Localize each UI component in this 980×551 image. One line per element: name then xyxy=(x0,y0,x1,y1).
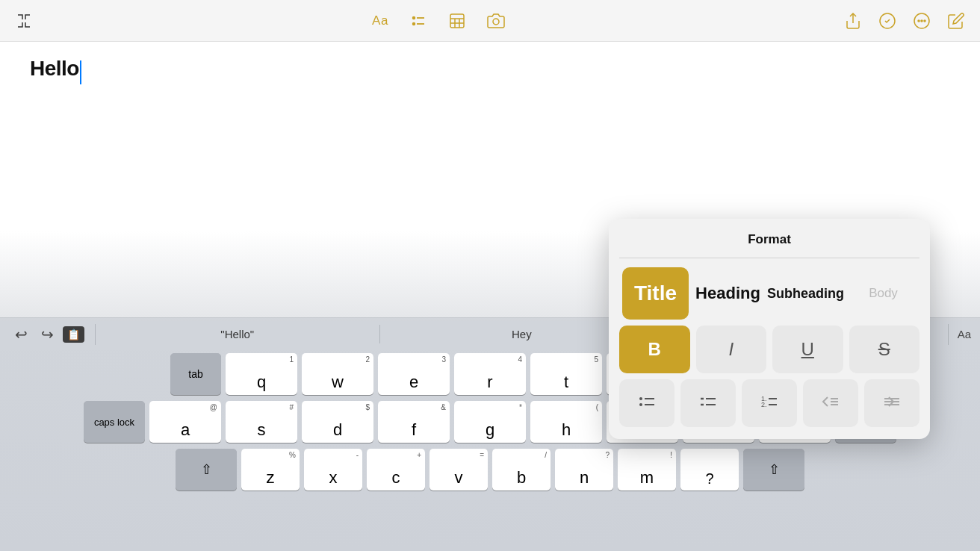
format-subheading-label: Subheading xyxy=(767,286,844,302)
key-n[interactable]: ? n xyxy=(555,449,613,491)
key-e[interactable]: 3 e xyxy=(378,353,450,395)
shift-right-key[interactable]: ⇧ xyxy=(743,449,804,491)
key-a[interactable]: @ a xyxy=(149,401,221,443)
collapse-icon[interactable] xyxy=(15,12,33,30)
document-text: Hello xyxy=(30,57,79,80)
redo-button[interactable]: ↪ xyxy=(37,323,58,346)
svg-point-13 xyxy=(918,20,919,22)
key-v[interactable]: = v xyxy=(429,449,488,491)
format-heading-label: Heading xyxy=(695,284,760,303)
italic-icon: I xyxy=(728,339,734,360)
svg-rect-4 xyxy=(450,14,464,28)
strikethrough-icon: S xyxy=(878,339,890,360)
key-q[interactable]: 1 q xyxy=(226,353,297,395)
text-cursor xyxy=(80,60,81,84)
key-r[interactable]: 4 r xyxy=(454,353,526,395)
svg-text:2.: 2. xyxy=(761,401,767,408)
svg-point-16 xyxy=(639,397,642,400)
numbered-list-icon: 1. 2. xyxy=(759,391,780,416)
bullet-plain-icon xyxy=(636,391,657,416)
toolbar-center: Aa xyxy=(372,12,505,30)
ac-right: Aa xyxy=(949,328,980,340)
format-italic-button[interactable]: I xyxy=(696,326,767,373)
bold-icon: B xyxy=(648,339,661,360)
camera-icon[interactable] xyxy=(487,12,505,30)
format-bold-button[interactable]: B xyxy=(619,326,690,373)
markup-icon[interactable] xyxy=(878,12,896,30)
format-strikethrough-button[interactable]: S xyxy=(849,326,920,373)
format-text-style-row: Title Heading Subheading Body xyxy=(609,267,930,320)
format-panel: Format Title Heading Subheading Body B I… xyxy=(609,219,930,439)
key-h[interactable]: ( h xyxy=(530,401,602,443)
svg-point-14 xyxy=(921,20,922,22)
key-z[interactable]: % z xyxy=(241,449,300,491)
key-f[interactable]: & f xyxy=(378,401,450,443)
svg-point-15 xyxy=(924,20,925,22)
format-list-row: 1. 2. xyxy=(609,379,930,427)
format-panel-title: Format xyxy=(609,219,930,258)
format-subheading-button[interactable]: Subheading xyxy=(767,267,844,320)
share-icon[interactable] xyxy=(844,12,862,30)
key-b[interactable]: / b xyxy=(492,449,551,491)
bullet-dash-icon xyxy=(698,391,719,416)
format-divider-top xyxy=(619,258,919,258)
ac-controls: ↩ ↪ 📋 xyxy=(0,323,95,346)
format-numbered-list-button[interactable]: 1. 2. xyxy=(742,379,797,427)
key-w[interactable]: 2 w xyxy=(302,353,373,395)
format-text-button[interactable]: Aa xyxy=(372,13,388,28)
toolbar-left xyxy=(15,12,33,30)
format-bullet-plain-button[interactable] xyxy=(619,379,674,427)
key-m[interactable]: ! m xyxy=(618,449,676,491)
svg-point-1 xyxy=(412,22,415,25)
toolbar-right xyxy=(844,12,965,30)
format-heading-button[interactable]: Heading xyxy=(695,267,761,320)
suggestion-1[interactable]: "Hello" xyxy=(96,325,380,343)
more-icon[interactable] xyxy=(913,12,931,30)
svg-point-0 xyxy=(412,16,415,19)
format-title-button[interactable]: Title xyxy=(622,267,689,320)
format-style-row: B I U S xyxy=(609,326,930,373)
key-c[interactable]: + c xyxy=(367,449,425,491)
key-x[interactable]: - x xyxy=(304,449,362,491)
keyboard-row-3: ⇧ % z - x + c = v / b ? n ! m xyxy=(3,449,977,491)
table-icon[interactable] xyxy=(448,12,466,30)
format-body-label: Body xyxy=(869,286,898,301)
indent-icon xyxy=(881,391,902,416)
clipboard-button[interactable]: 📋 xyxy=(63,326,84,343)
key-s[interactable]: # s xyxy=(226,401,297,443)
ac-aa-button[interactable]: Aa xyxy=(958,328,971,340)
top-toolbar: Aa xyxy=(0,0,980,42)
format-body-button[interactable]: Body xyxy=(850,267,917,320)
format-bullet-dash-button[interactable] xyxy=(680,379,736,427)
align-left-icon xyxy=(820,391,841,416)
format-underline-button[interactable]: U xyxy=(772,326,843,373)
underline-icon: U xyxy=(801,339,814,360)
format-align-left-button[interactable] xyxy=(803,379,858,427)
caps-lock-key[interactable]: caps lock xyxy=(84,401,145,443)
key-t[interactable]: 5 t xyxy=(530,353,602,395)
shift-left-key[interactable]: ⇧ xyxy=(176,449,237,491)
tab-key[interactable]: tab xyxy=(170,353,221,395)
key-g[interactable]: * g xyxy=(454,401,526,443)
svg-point-17 xyxy=(639,403,642,406)
undo-button[interactable]: ↩ xyxy=(10,323,32,346)
key-d[interactable]: $ d xyxy=(302,401,373,443)
svg-point-9 xyxy=(493,19,499,25)
compose-icon[interactable] xyxy=(947,12,965,30)
format-title-label: Title xyxy=(634,281,677,305)
format-indent-button[interactable] xyxy=(864,379,919,427)
list-format-icon[interactable] xyxy=(409,12,427,30)
key-question[interactable]: ? xyxy=(680,449,739,491)
